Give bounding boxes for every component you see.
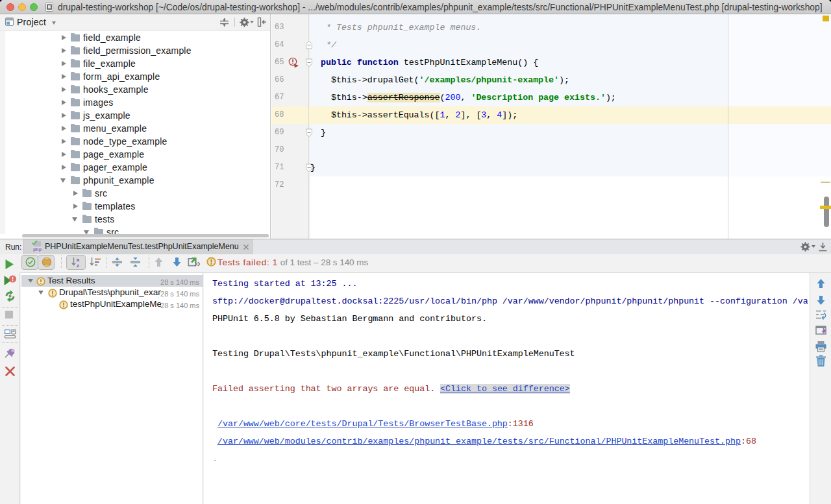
svg-text:php: php xyxy=(33,247,42,252)
svg-text:z: z xyxy=(77,263,79,268)
